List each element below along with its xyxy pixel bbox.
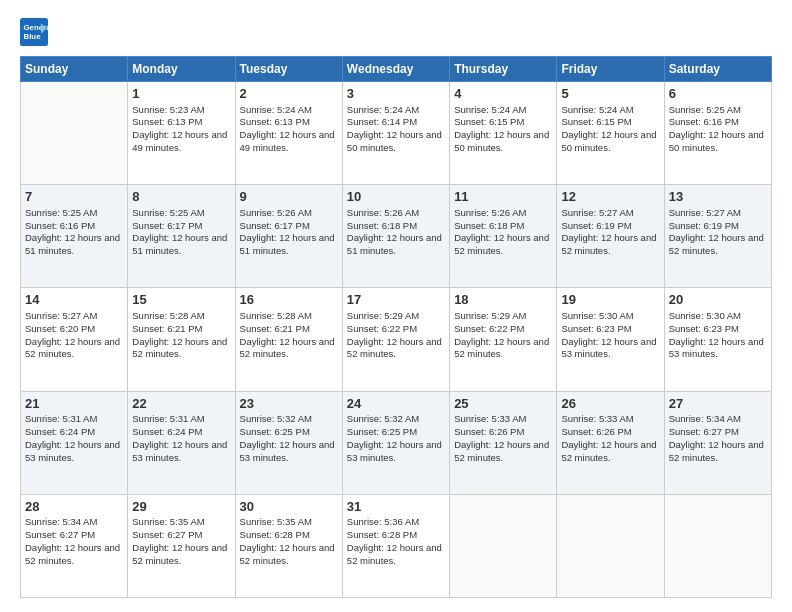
day-number: 16 [240,291,338,309]
header: General Blue [20,18,772,46]
day-number: 23 [240,395,338,413]
day-number: 25 [454,395,552,413]
day-info: Sunrise: 5:24 AMSunset: 6:14 PMDaylight:… [347,104,445,155]
day-number: 27 [669,395,767,413]
calendar-cell: 11Sunrise: 5:26 AMSunset: 6:18 PMDayligh… [450,185,557,288]
day-number: 29 [132,498,230,516]
day-info: Sunrise: 5:24 AMSunset: 6:15 PMDaylight:… [454,104,552,155]
header-monday: Monday [128,57,235,82]
day-number: 2 [240,85,338,103]
header-tuesday: Tuesday [235,57,342,82]
day-info: Sunrise: 5:26 AMSunset: 6:17 PMDaylight:… [240,207,338,258]
day-number: 8 [132,188,230,206]
calendar-table: SundayMondayTuesdayWednesdayThursdayFrid… [20,56,772,598]
day-number: 11 [454,188,552,206]
day-number: 15 [132,291,230,309]
day-info: Sunrise: 5:35 AMSunset: 6:27 PMDaylight:… [132,516,230,567]
calendar-cell: 10Sunrise: 5:26 AMSunset: 6:18 PMDayligh… [342,185,449,288]
day-number: 13 [669,188,767,206]
header-thursday: Thursday [450,57,557,82]
calendar-cell: 2Sunrise: 5:24 AMSunset: 6:13 PMDaylight… [235,82,342,185]
day-number: 19 [561,291,659,309]
calendar-cell [557,494,664,597]
header-friday: Friday [557,57,664,82]
day-info: Sunrise: 5:30 AMSunset: 6:23 PMDaylight:… [561,310,659,361]
day-info: Sunrise: 5:27 AMSunset: 6:19 PMDaylight:… [561,207,659,258]
calendar-week-row: 14Sunrise: 5:27 AMSunset: 6:20 PMDayligh… [21,288,772,391]
day-info: Sunrise: 5:36 AMSunset: 6:28 PMDaylight:… [347,516,445,567]
calendar-week-row: 1Sunrise: 5:23 AMSunset: 6:13 PMDaylight… [21,82,772,185]
day-info: Sunrise: 5:30 AMSunset: 6:23 PMDaylight:… [669,310,767,361]
calendar-cell: 22Sunrise: 5:31 AMSunset: 6:24 PMDayligh… [128,391,235,494]
calendar-cell: 14Sunrise: 5:27 AMSunset: 6:20 PMDayligh… [21,288,128,391]
calendar-week-row: 21Sunrise: 5:31 AMSunset: 6:24 PMDayligh… [21,391,772,494]
calendar-cell: 16Sunrise: 5:28 AMSunset: 6:21 PMDayligh… [235,288,342,391]
day-info: Sunrise: 5:34 AMSunset: 6:27 PMDaylight:… [25,516,123,567]
day-number: 28 [25,498,123,516]
calendar-cell: 9Sunrise: 5:26 AMSunset: 6:17 PMDaylight… [235,185,342,288]
day-number: 24 [347,395,445,413]
day-info: Sunrise: 5:32 AMSunset: 6:25 PMDaylight:… [240,413,338,464]
calendar-cell: 7Sunrise: 5:25 AMSunset: 6:16 PMDaylight… [21,185,128,288]
calendar-cell: 1Sunrise: 5:23 AMSunset: 6:13 PMDaylight… [128,82,235,185]
day-info: Sunrise: 5:33 AMSunset: 6:26 PMDaylight:… [454,413,552,464]
calendar-cell: 24Sunrise: 5:32 AMSunset: 6:25 PMDayligh… [342,391,449,494]
calendar-cell: 21Sunrise: 5:31 AMSunset: 6:24 PMDayligh… [21,391,128,494]
day-number: 26 [561,395,659,413]
calendar-cell [664,494,771,597]
day-info: Sunrise: 5:32 AMSunset: 6:25 PMDaylight:… [347,413,445,464]
calendar-cell: 15Sunrise: 5:28 AMSunset: 6:21 PMDayligh… [128,288,235,391]
day-number: 14 [25,291,123,309]
day-number: 17 [347,291,445,309]
day-info: Sunrise: 5:24 AMSunset: 6:13 PMDaylight:… [240,104,338,155]
day-number: 7 [25,188,123,206]
day-info: Sunrise: 5:23 AMSunset: 6:13 PMDaylight:… [132,104,230,155]
day-number: 5 [561,85,659,103]
calendar-cell: 17Sunrise: 5:29 AMSunset: 6:22 PMDayligh… [342,288,449,391]
day-info: Sunrise: 5:26 AMSunset: 6:18 PMDaylight:… [454,207,552,258]
day-info: Sunrise: 5:25 AMSunset: 6:17 PMDaylight:… [132,207,230,258]
day-number: 4 [454,85,552,103]
calendar-cell: 8Sunrise: 5:25 AMSunset: 6:17 PMDaylight… [128,185,235,288]
day-info: Sunrise: 5:28 AMSunset: 6:21 PMDaylight:… [132,310,230,361]
calendar-cell: 31Sunrise: 5:36 AMSunset: 6:28 PMDayligh… [342,494,449,597]
day-info: Sunrise: 5:28 AMSunset: 6:21 PMDaylight:… [240,310,338,361]
calendar-cell: 3Sunrise: 5:24 AMSunset: 6:14 PMDaylight… [342,82,449,185]
header-sunday: Sunday [21,57,128,82]
calendar-cell: 23Sunrise: 5:32 AMSunset: 6:25 PMDayligh… [235,391,342,494]
calendar-page: General Blue SundayMondayTuesdayWednesda… [0,0,792,612]
day-info: Sunrise: 5:29 AMSunset: 6:22 PMDaylight:… [347,310,445,361]
calendar-cell: 4Sunrise: 5:24 AMSunset: 6:15 PMDaylight… [450,82,557,185]
day-number: 30 [240,498,338,516]
calendar-cell: 19Sunrise: 5:30 AMSunset: 6:23 PMDayligh… [557,288,664,391]
calendar-cell: 29Sunrise: 5:35 AMSunset: 6:27 PMDayligh… [128,494,235,597]
calendar-cell [450,494,557,597]
header-wednesday: Wednesday [342,57,449,82]
day-number: 18 [454,291,552,309]
day-number: 21 [25,395,123,413]
calendar-header-row: SundayMondayTuesdayWednesdayThursdayFrid… [21,57,772,82]
logo: General Blue [20,18,52,46]
calendar-cell: 27Sunrise: 5:34 AMSunset: 6:27 PMDayligh… [664,391,771,494]
calendar-cell: 12Sunrise: 5:27 AMSunset: 6:19 PMDayligh… [557,185,664,288]
day-info: Sunrise: 5:35 AMSunset: 6:28 PMDaylight:… [240,516,338,567]
day-info: Sunrise: 5:33 AMSunset: 6:26 PMDaylight:… [561,413,659,464]
calendar-week-row: 7Sunrise: 5:25 AMSunset: 6:16 PMDaylight… [21,185,772,288]
logo-icon: General Blue [20,18,48,46]
day-info: Sunrise: 5:34 AMSunset: 6:27 PMDaylight:… [669,413,767,464]
calendar-cell: 5Sunrise: 5:24 AMSunset: 6:15 PMDaylight… [557,82,664,185]
calendar-cell: 13Sunrise: 5:27 AMSunset: 6:19 PMDayligh… [664,185,771,288]
calendar-cell: 26Sunrise: 5:33 AMSunset: 6:26 PMDayligh… [557,391,664,494]
day-info: Sunrise: 5:26 AMSunset: 6:18 PMDaylight:… [347,207,445,258]
day-number: 10 [347,188,445,206]
day-info: Sunrise: 5:27 AMSunset: 6:20 PMDaylight:… [25,310,123,361]
day-number: 3 [347,85,445,103]
calendar-cell: 30Sunrise: 5:35 AMSunset: 6:28 PMDayligh… [235,494,342,597]
day-number: 6 [669,85,767,103]
day-number: 31 [347,498,445,516]
day-info: Sunrise: 5:24 AMSunset: 6:15 PMDaylight:… [561,104,659,155]
day-info: Sunrise: 5:27 AMSunset: 6:19 PMDaylight:… [669,207,767,258]
day-number: 12 [561,188,659,206]
calendar-cell [21,82,128,185]
calendar-cell: 28Sunrise: 5:34 AMSunset: 6:27 PMDayligh… [21,494,128,597]
